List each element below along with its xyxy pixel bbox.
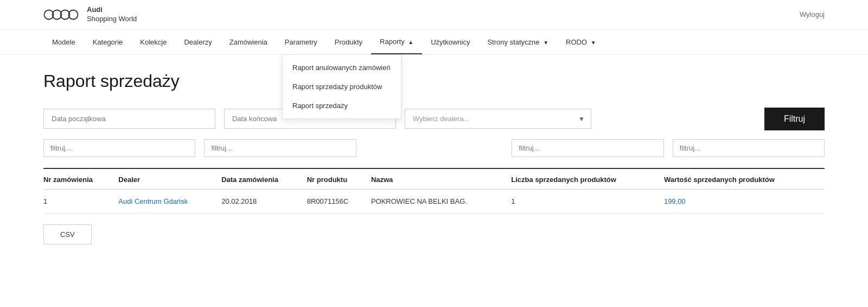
nav-kategorie[interactable]: Kategorie [84, 30, 132, 54]
dealer-select-wrapper: Wybierz dealera... ▼ [405, 109, 591, 129]
col-header-value: Wartość sprzedanych produktów [664, 169, 825, 190]
dropdown-item-sprzedazy[interactable]: Raport sprzedaży [283, 96, 401, 115]
csv-button[interactable]: CSV [43, 224, 92, 245]
cell-order-nr: 1 [43, 189, 118, 213]
cell-name: POKROWIEC NA BELKI BAG. [371, 189, 511, 213]
raporty-dropdown: Raport anulowanych zamówień Raport sprze… [282, 54, 401, 119]
nav-kolekcje[interactable]: Kolekcje [131, 30, 175, 54]
table-row: 1 Audi Centrum Gdańsk 20.02.2018 8R00711… [43, 189, 825, 213]
dealer-select[interactable]: Wybierz dealera... [405, 109, 591, 129]
logout-button[interactable]: Wyloguj [800, 10, 825, 18]
col-header-dealer: Dealer [118, 169, 221, 190]
header: Audi Shopping World Wyloguj [0, 0, 868, 30]
chevron-down-icon-rodo: ▼ [591, 40, 596, 46]
col-header-order-nr: Nr zamówienia [43, 169, 118, 190]
col-header-product-nr: Nr produktu [307, 169, 371, 190]
page-title: Raport sprzedaży [43, 71, 825, 91]
dropdown-item-anulowanych[interactable]: Raport anulowanych zamówień [283, 58, 401, 77]
col-filter-4[interactable] [673, 139, 825, 157]
filter-button[interactable]: Filtruj [764, 108, 825, 130]
chevron-down-icon-strony: ▼ [543, 40, 548, 46]
cell-product-nr: 8R0071156C [307, 189, 371, 213]
main-content: Raport sprzedaży Wybierz dealera... ▼ Fi… [0, 55, 868, 261]
cell-value: 199,00 [664, 189, 825, 213]
filter-row-1: Wybierz dealera... ▼ Filtruj [43, 108, 825, 130]
logo-line1: Audi [87, 5, 137, 15]
nav-modele[interactable]: Modele [43, 30, 84, 54]
filter-row-2 [43, 139, 825, 157]
col-header-order-date: Data zamówienia [221, 169, 307, 190]
chevron-up-icon: ▲ [408, 39, 413, 45]
nav-parametry[interactable]: Parametry [276, 30, 326, 54]
logo-area: Audi Shopping World [43, 5, 137, 24]
table-header-row: Nr zamówienia Dealer Data zamówienia Nr … [43, 169, 825, 190]
main-nav: Modele Kategorie Kolekcje Dealerzy Zamów… [0, 30, 868, 55]
dropdown-item-produktow[interactable]: Raport sprzedaży produktów [283, 77, 401, 96]
logo-line2: Shopping World [87, 15, 137, 24]
nav-raporty[interactable]: Raporty ▲ [371, 30, 422, 54]
cell-dealer: Audi Centrum Gdańsk [118, 189, 221, 213]
col-filter-2[interactable] [204, 139, 356, 157]
col-header-qty: Liczba sprzedanych produktów [511, 169, 664, 190]
col-filter-1[interactable] [43, 139, 195, 157]
nav-produkty[interactable]: Produkty [326, 30, 371, 54]
nav-uzytkownicy[interactable]: Użytkownicy [422, 30, 478, 54]
audi-logo-icon [43, 6, 80, 23]
nav-zamowienia[interactable]: Zamówienia [221, 30, 276, 54]
sales-table-container: Nr zamówienia Dealer Data zamówienia Nr … [43, 168, 825, 214]
cell-qty: 1 [511, 189, 664, 213]
price-value: 199,00 [664, 197, 686, 205]
sales-table: Nr zamówienia Dealer Data zamówienia Nr … [43, 169, 825, 214]
cell-order-date: 20.02.2018 [221, 189, 307, 213]
nav-strony-statyczne[interactable]: Strony statyczne ▼ [478, 30, 557, 54]
nav-dealerzy[interactable]: Dealerzy [175, 30, 220, 54]
nav-rodo[interactable]: RODO ▼ [557, 30, 605, 54]
col-filter-3[interactable] [512, 139, 663, 157]
logo-text: Audi Shopping World [87, 5, 137, 24]
dealer-link[interactable]: Audi Centrum Gdańsk [118, 197, 188, 205]
date-start-input[interactable] [43, 109, 215, 129]
col-header-name: Nazwa [371, 169, 511, 190]
